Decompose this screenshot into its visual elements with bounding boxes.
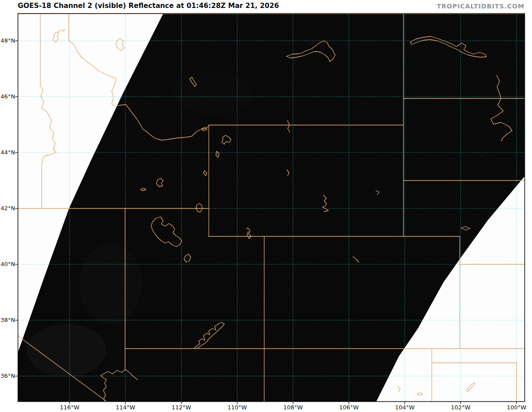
x-axis-label-102°W: 102°W: [447, 404, 474, 411]
x-axis-label-116°W: 116°W: [56, 404, 83, 411]
x-axis-label-110°W: 110°W: [224, 404, 250, 411]
x-axis-label-108°W: 108°W: [280, 404, 306, 411]
y-axis-label-38°N: 38°N: [0, 317, 15, 323]
x-axis-label-106°W: 106°W: [336, 404, 362, 411]
satellite-map: [0, 0, 532, 412]
y-axis-label-44°N: 44°N: [0, 149, 15, 156]
x-axis-label-104°W: 104°W: [391, 404, 418, 411]
y-axis-label-36°N: 36°N: [0, 373, 15, 379]
x-axis-label-100°W: 100°W: [503, 404, 530, 411]
y-axis-label-40°N: 40°N: [0, 261, 15, 267]
y-axis-label-42°N: 42°N: [0, 205, 15, 212]
x-axis-label-112°W: 112°W: [168, 404, 195, 411]
x-axis-label-114°W: 114°W: [112, 404, 139, 411]
y-axis-label-46°N: 46°N: [0, 94, 15, 100]
y-axis-label-48°N: 48°N: [0, 38, 15, 44]
goes-satellite-viewer: GOES-18 Channel 2 (visible) Reflectance …: [0, 0, 532, 412]
